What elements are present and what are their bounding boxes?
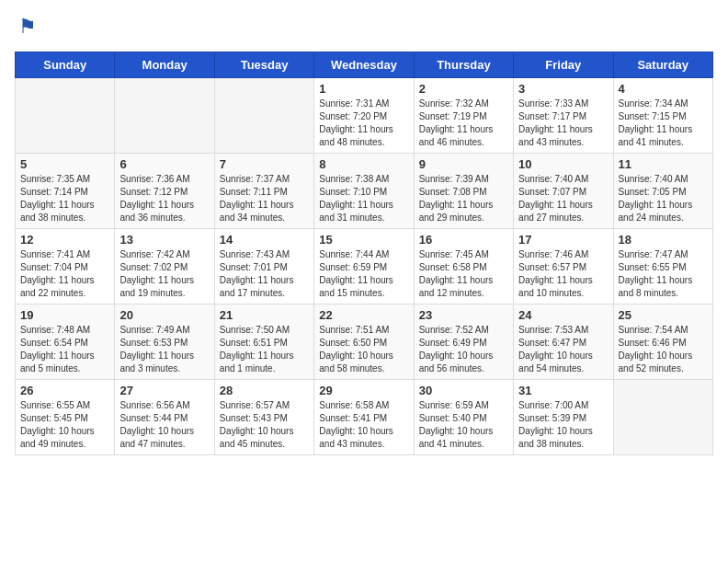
calendar-cell: 30Sunrise: 6:59 AM Sunset: 5:40 PM Dayli… — [414, 380, 513, 455]
calendar-cell: 19Sunrise: 7:48 AM Sunset: 6:54 PM Dayli… — [16, 304, 115, 380]
calendar-cell — [613, 380, 712, 455]
day-number: 27 — [119, 384, 209, 397]
calendar-cell: 16Sunrise: 7:45 AM Sunset: 6:58 PM Dayli… — [414, 229, 513, 304]
day-number: 25 — [619, 308, 708, 322]
calendar-table: SundayMondayTuesdayWednesdayThursdayFrid… — [15, 52, 713, 455]
day-number: 9 — [419, 157, 508, 171]
calendar-cell: 5Sunrise: 7:35 AM Sunset: 7:14 PM Daylig… — [16, 154, 115, 229]
calendar-cell: 11Sunrise: 7:40 AM Sunset: 7:05 PM Dayli… — [613, 154, 712, 229]
day-info: Sunrise: 6:58 AM Sunset: 5:41 PM Dayligh… — [319, 399, 408, 451]
calendar-week-5: 26Sunrise: 6:55 AM Sunset: 5:45 PM Dayli… — [16, 380, 713, 455]
day-number: 1 — [319, 82, 408, 96]
day-number: 30 — [419, 384, 508, 397]
day-number: 29 — [319, 384, 408, 397]
day-number: 14 — [220, 233, 309, 247]
calendar-cell: 15Sunrise: 7:44 AM Sunset: 6:59 PM Dayli… — [314, 229, 414, 304]
day-number: 11 — [619, 157, 708, 171]
day-info: Sunrise: 6:59 AM Sunset: 5:40 PM Dayligh… — [419, 399, 508, 451]
weekday-header-monday: Monday — [115, 52, 214, 78]
day-info: Sunrise: 7:40 AM Sunset: 7:07 PM Dayligh… — [518, 173, 608, 224]
day-info: Sunrise: 6:55 AM Sunset: 5:45 PM Dayligh… — [20, 399, 109, 451]
calendar-cell: 4Sunrise: 7:34 AM Sunset: 7:15 PM Daylig… — [613, 78, 712, 154]
weekday-header-saturday: Saturday — [613, 52, 712, 78]
day-info: Sunrise: 7:38 AM Sunset: 7:10 PM Dayligh… — [319, 173, 408, 224]
calendar-cell: 28Sunrise: 6:57 AM Sunset: 5:43 PM Dayli… — [214, 380, 313, 455]
calendar-cell: 3Sunrise: 7:33 AM Sunset: 7:17 PM Daylig… — [514, 78, 613, 154]
day-info: Sunrise: 7:33 AM Sunset: 7:17 PM Dayligh… — [518, 98, 608, 149]
calendar-cell: 17Sunrise: 7:46 AM Sunset: 6:57 PM Dayli… — [514, 229, 613, 304]
day-number: 19 — [20, 308, 109, 322]
day-number: 22 — [319, 308, 408, 322]
calendar-cell: 25Sunrise: 7:54 AM Sunset: 6:46 PM Dayli… — [613, 304, 712, 380]
day-info: Sunrise: 6:56 AM Sunset: 5:44 PM Dayligh… — [119, 399, 209, 451]
logo: ⚑ — [15, 15, 44, 40]
weekday-header-tuesday: Tuesday — [214, 52, 313, 78]
day-info: Sunrise: 7:00 AM Sunset: 5:39 PM Dayligh… — [518, 399, 608, 451]
calendar-cell: 7Sunrise: 7:37 AM Sunset: 7:11 PM Daylig… — [214, 154, 313, 229]
calendar-cell — [214, 78, 313, 154]
day-number: 13 — [119, 233, 209, 247]
calendar-cell: 23Sunrise: 7:52 AM Sunset: 6:49 PM Dayli… — [414, 304, 513, 380]
day-number: 6 — [119, 157, 209, 171]
logo-icon: ⚑ — [15, 15, 40, 40]
day-number: 16 — [419, 233, 508, 247]
day-number: 23 — [419, 308, 508, 322]
calendar-cell: 14Sunrise: 7:43 AM Sunset: 7:01 PM Dayli… — [214, 229, 313, 304]
calendar-cell: 9Sunrise: 7:39 AM Sunset: 7:08 PM Daylig… — [414, 154, 513, 229]
day-info: Sunrise: 7:51 AM Sunset: 6:50 PM Dayligh… — [319, 324, 408, 375]
weekday-header-thursday: Thursday — [414, 52, 513, 78]
day-info: Sunrise: 7:43 AM Sunset: 7:01 PM Dayligh… — [220, 248, 309, 300]
day-info: Sunrise: 7:31 AM Sunset: 7:20 PM Dayligh… — [319, 98, 408, 149]
day-info: Sunrise: 7:40 AM Sunset: 7:05 PM Dayligh… — [619, 173, 708, 224]
day-info: Sunrise: 7:50 AM Sunset: 6:51 PM Dayligh… — [220, 324, 309, 375]
day-info: Sunrise: 7:47 AM Sunset: 6:55 PM Dayligh… — [619, 248, 708, 300]
day-info: Sunrise: 7:48 AM Sunset: 6:54 PM Dayligh… — [20, 324, 109, 375]
day-number: 2 — [419, 82, 508, 96]
day-info: Sunrise: 6:57 AM Sunset: 5:43 PM Dayligh… — [220, 399, 309, 451]
day-number: 10 — [518, 157, 608, 171]
day-number: 26 — [20, 384, 109, 397]
day-number: 17 — [518, 233, 608, 247]
weekday-header-friday: Friday — [514, 52, 613, 78]
day-number: 31 — [518, 384, 608, 397]
day-number: 4 — [619, 82, 708, 96]
day-info: Sunrise: 7:49 AM Sunset: 6:53 PM Dayligh… — [119, 324, 209, 375]
day-number: 15 — [319, 233, 408, 247]
day-info: Sunrise: 7:35 AM Sunset: 7:14 PM Dayligh… — [20, 173, 109, 224]
day-info: Sunrise: 7:32 AM Sunset: 7:19 PM Dayligh… — [419, 98, 508, 149]
calendar-cell: 2Sunrise: 7:32 AM Sunset: 7:19 PM Daylig… — [414, 78, 513, 154]
day-number: 8 — [319, 157, 408, 171]
calendar-cell: 20Sunrise: 7:49 AM Sunset: 6:53 PM Dayli… — [115, 304, 214, 380]
weekday-header-wednesday: Wednesday — [314, 52, 414, 78]
day-info: Sunrise: 7:44 AM Sunset: 6:59 PM Dayligh… — [319, 248, 408, 300]
svg-text:⚑: ⚑ — [18, 15, 37, 38]
page-header: ⚑ — [15, 15, 713, 40]
calendar-cell: 29Sunrise: 6:58 AM Sunset: 5:41 PM Dayli… — [314, 380, 414, 455]
calendar-cell: 27Sunrise: 6:56 AM Sunset: 5:44 PM Dayli… — [115, 380, 214, 455]
calendar-cell: 24Sunrise: 7:53 AM Sunset: 6:47 PM Dayli… — [514, 304, 613, 380]
day-number: 24 — [518, 308, 608, 322]
day-info: Sunrise: 7:52 AM Sunset: 6:49 PM Dayligh… — [419, 324, 508, 375]
day-info: Sunrise: 7:37 AM Sunset: 7:11 PM Dayligh… — [220, 173, 309, 224]
day-number: 12 — [20, 233, 109, 247]
calendar-week-2: 5Sunrise: 7:35 AM Sunset: 7:14 PM Daylig… — [16, 154, 713, 229]
calendar-cell: 6Sunrise: 7:36 AM Sunset: 7:12 PM Daylig… — [115, 154, 214, 229]
day-number: 21 — [220, 308, 309, 322]
day-number: 20 — [119, 308, 209, 322]
calendar-cell: 26Sunrise: 6:55 AM Sunset: 5:45 PM Dayli… — [16, 380, 115, 455]
day-number: 28 — [220, 384, 309, 397]
day-info: Sunrise: 7:41 AM Sunset: 7:04 PM Dayligh… — [20, 248, 109, 300]
calendar-cell: 8Sunrise: 7:38 AM Sunset: 7:10 PM Daylig… — [314, 154, 414, 229]
day-info: Sunrise: 7:36 AM Sunset: 7:12 PM Dayligh… — [119, 173, 209, 224]
day-info: Sunrise: 7:39 AM Sunset: 7:08 PM Dayligh… — [419, 173, 508, 224]
calendar-cell: 1Sunrise: 7:31 AM Sunset: 7:20 PM Daylig… — [314, 78, 414, 154]
calendar-cell: 31Sunrise: 7:00 AM Sunset: 5:39 PM Dayli… — [514, 380, 613, 455]
weekday-header-sunday: Sunday — [16, 52, 115, 78]
calendar-header-row: SundayMondayTuesdayWednesdayThursdayFrid… — [16, 52, 713, 78]
calendar-cell: 10Sunrise: 7:40 AM Sunset: 7:07 PM Dayli… — [514, 154, 613, 229]
day-number: 5 — [20, 157, 109, 171]
day-number: 18 — [619, 233, 708, 247]
day-info: Sunrise: 7:34 AM Sunset: 7:15 PM Dayligh… — [619, 98, 708, 149]
calendar-week-1: 1Sunrise: 7:31 AM Sunset: 7:20 PM Daylig… — [16, 78, 713, 154]
calendar-cell — [16, 78, 115, 154]
